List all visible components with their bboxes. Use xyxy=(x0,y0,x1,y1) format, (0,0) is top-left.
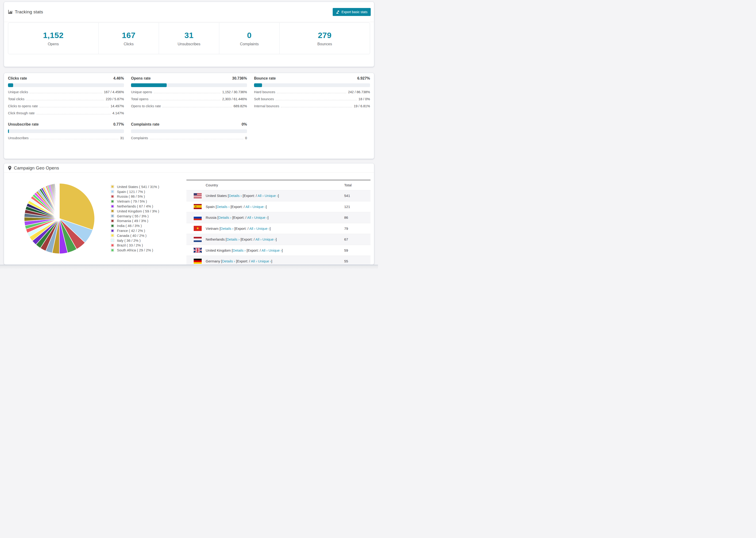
rate-stat-value: 14.497% xyxy=(111,104,124,108)
export-icon xyxy=(336,10,340,14)
geo-table-row: Vietnam [Details › [Export: / All › Uniq… xyxy=(187,223,370,234)
bracket: [Export: xyxy=(230,205,244,209)
rate-stat-label: Click through rate xyxy=(8,111,35,115)
rate-value: 6.927% xyxy=(357,76,370,81)
export-all-link[interactable]: All › xyxy=(249,227,255,231)
legend-label: Italy ( 36 / 2% ) xyxy=(117,239,141,242)
details-link[interactable]: Details › xyxy=(229,194,242,198)
viewport-bottom-strip xyxy=(0,265,378,269)
rate-stat-value: 242 / 86.738% xyxy=(348,90,370,94)
tracking-stats-header: Tracking stats Export basic stats xyxy=(4,2,374,22)
legend-item[interactable]: Italy ( 36 / 2% ) xyxy=(111,238,159,243)
legend-item[interactable]: Romania ( 49 / 3% ) xyxy=(111,219,159,224)
legend-item[interactable]: United States ( 541 / 31% ) xyxy=(111,184,159,189)
rate-stat-row: Click through rate 4.147% xyxy=(8,111,124,115)
rate-title: Opens rate xyxy=(131,76,151,81)
legend-item[interactable]: Spain ( 121 / 7% ) xyxy=(111,189,159,194)
details-link[interactable]: Details › xyxy=(220,227,233,231)
legend-item[interactable]: France ( 42 / 2% ) xyxy=(111,228,159,233)
rate-section: Clicks rate 4.46% Unique clicks 167 / 4.… xyxy=(8,76,124,115)
rates-wrap: Clicks rate 4.46% Unique clicks 167 / 4.… xyxy=(4,73,374,140)
rate-stat-label: Unique opens xyxy=(131,90,152,94)
export-unique-link[interactable]: Unique › xyxy=(258,259,271,263)
legend-label: Germany ( 55 / 3% ) xyxy=(117,214,149,218)
legend-item[interactable]: India ( 46 / 3% ) xyxy=(111,223,159,228)
legend-item[interactable]: Brazil ( 33 / 2% ) xyxy=(111,243,159,248)
country-column-header: Country xyxy=(206,183,218,187)
details-link[interactable]: Details › xyxy=(222,259,235,263)
country-name: Spain xyxy=(206,205,216,209)
summary-box: 31 Unsubscribes xyxy=(159,23,219,54)
legend-item[interactable]: United Kingdom ( 59 / 3% ) xyxy=(111,209,159,214)
legend-swatch xyxy=(111,205,114,208)
geo-content: United States ( 541 / 31% ) Spain ( 121 … xyxy=(4,173,374,265)
rate-head: Unsubscribe rate 0.77% xyxy=(8,122,124,127)
rate-stat-row: Total opens 2,303 / 61.446% xyxy=(131,97,247,101)
country-flag-icon xyxy=(194,215,202,220)
legend-item[interactable]: South Africa ( 29 / 2% ) xyxy=(111,248,159,252)
bracket: ] xyxy=(267,215,268,219)
bracket: [Export: xyxy=(245,248,260,252)
rate-rows: Complaints 0 xyxy=(131,136,247,140)
country-flag-icon xyxy=(194,259,202,264)
country-name: Russia xyxy=(206,215,217,219)
rate-progress-track xyxy=(8,83,124,87)
legend-label: United States ( 541 / 31% ) xyxy=(117,185,159,189)
export-all-link[interactable]: All › xyxy=(257,194,264,198)
rate-stat-value: 0 xyxy=(245,136,247,140)
export-all-link[interactable]: All › xyxy=(251,259,257,263)
export-all-link[interactable]: All › xyxy=(245,205,251,209)
export-all-link[interactable]: All › xyxy=(247,215,253,219)
legend-label: United Kingdom ( 59 / 3% ) xyxy=(117,209,159,213)
export-unique-link[interactable]: Unique › xyxy=(254,215,268,219)
rate-rows: Unique opens 1,152 / 30.736% Total opens… xyxy=(131,90,247,108)
details-link[interactable]: Details › xyxy=(227,237,240,241)
legend-item[interactable]: Vietnam ( 79 / 5% ) xyxy=(111,199,159,204)
export-unique-link[interactable]: Unique › xyxy=(252,205,266,209)
bracket: [Export: xyxy=(240,237,253,241)
details-link[interactable]: Details › xyxy=(218,215,231,219)
details-link[interactable]: Details › xyxy=(217,205,230,209)
rate-title: Bounce rate xyxy=(254,76,276,81)
legend-item[interactable]: Netherlands ( 67 / 4% ) xyxy=(111,204,159,209)
country-name: Germany xyxy=(206,259,221,263)
legend-label: Canada ( 40 / 2% ) xyxy=(117,234,146,238)
tracking-stats-card: Tracking stats Export basic stats 1,152 … xyxy=(4,2,374,67)
legend-item[interactable]: Russia ( 86 / 5% ) xyxy=(111,194,159,199)
rate-value: 0% xyxy=(242,122,247,127)
export-unique-link[interactable]: Unique › xyxy=(269,248,282,252)
dotted-leader xyxy=(276,100,357,100)
export-unique-link[interactable]: Unique › xyxy=(262,237,276,241)
bracket: ] xyxy=(271,259,272,263)
rate-stat-label: Unique clicks xyxy=(8,90,28,94)
rate-head: Bounce rate 6.927% xyxy=(254,76,370,81)
rate-stat-value: 18 / 0% xyxy=(358,97,370,101)
rates-grid-row2: Unsubscribe rate 0.77% Unsubscribes 31 C… xyxy=(8,122,370,140)
country-name: United Kingdom xyxy=(206,248,232,252)
rate-rows: Unique clicks 167 / 4.456% Total clicks … xyxy=(8,90,124,115)
summary-box: 0 Complaints xyxy=(219,23,279,54)
legend-swatch xyxy=(111,224,114,228)
export-all-link[interactable]: All › xyxy=(255,237,261,241)
rate-section: Opens rate 30.736% Unique opens 1,152 / … xyxy=(131,76,247,115)
summary-value: 0 xyxy=(247,31,251,40)
geo-table-row: Spain [Details › [Export: / All › Unique… xyxy=(187,201,370,212)
legend-swatch xyxy=(111,239,114,242)
legend-item[interactable]: Canada ( 40 / 2% ) xyxy=(111,233,159,238)
rate-stat-value: 167 / 4.456% xyxy=(104,90,124,94)
legend-item[interactable]: Germany ( 55 / 3% ) xyxy=(111,214,159,219)
export-all-link[interactable]: All › xyxy=(261,248,268,252)
details-link[interactable]: Details › xyxy=(233,248,245,252)
legend-label: France ( 42 / 2% ) xyxy=(117,229,145,233)
legend-swatch xyxy=(111,234,114,237)
export-unique-link[interactable]: Unique › xyxy=(256,227,270,231)
summary-label: Bounces xyxy=(317,42,332,46)
bracket: [Export: xyxy=(235,259,249,263)
export-basic-stats-button[interactable]: Export basic stats xyxy=(333,8,371,16)
rate-head: Clicks rate 4.46% xyxy=(8,76,124,81)
rate-value: 4.46% xyxy=(113,76,124,81)
export-unique-link[interactable]: Unique › xyxy=(265,194,278,198)
total-cell: 121 xyxy=(344,205,350,209)
rate-section: Complaints rate 0% Complaints 0 xyxy=(131,122,247,140)
rate-stat-row: Opens to clicks rate 689.82% xyxy=(131,104,247,108)
